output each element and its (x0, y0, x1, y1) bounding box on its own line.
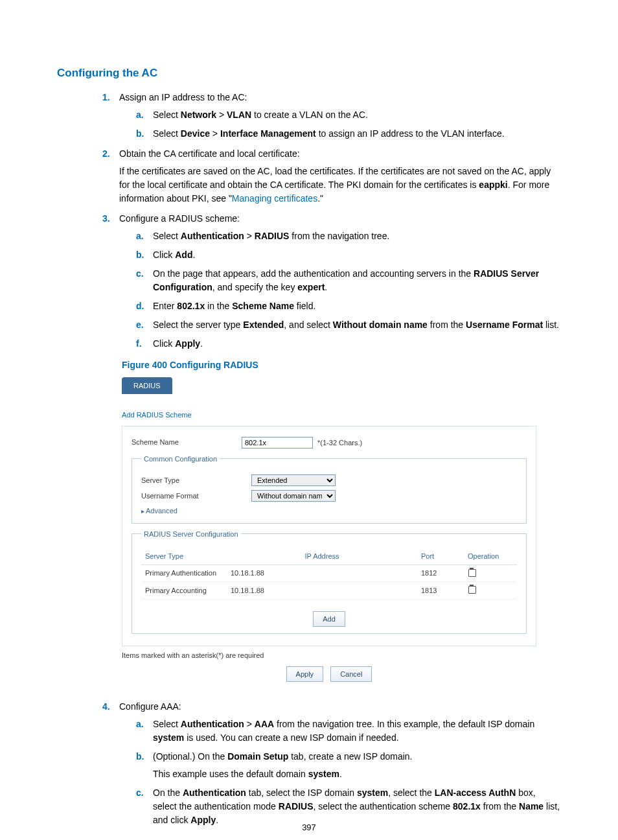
text: Select the server type (153, 320, 243, 330)
username-format-select[interactable]: Without domain name (251, 490, 336, 502)
text: from the navigation tree. In this exampl… (274, 719, 534, 729)
domain-setup-tab: Domain Setup (227, 751, 288, 762)
text: Select (153, 719, 181, 729)
text: > (244, 231, 255, 241)
text: to create a VLAN on the AC. (251, 110, 368, 120)
step-2-title: Obtain the CA certificate and local cert… (119, 148, 300, 159)
value-8021x: 802.1x (177, 301, 205, 311)
radius-server-configuration-legend: RADIUS Server Configuration (141, 529, 241, 540)
advanced-toggle[interactable]: Advanced (141, 506, 517, 517)
step-number: 3. (102, 212, 110, 226)
cell-server-type: Primary Accounting (141, 582, 227, 600)
table-row: Primary Accounting 10.18.1.88 1813 (141, 582, 517, 600)
text: > (244, 719, 255, 729)
substep-letter: a. (136, 718, 144, 731)
scheme-name-hint: *(1-32 Chars.) (317, 439, 362, 447)
substep-letter: b. (136, 750, 144, 764)
text: > (210, 128, 220, 139)
text: , select the (388, 788, 435, 798)
text: is used. You can create a new ISP domain… (184, 732, 398, 743)
step-1-title: Assign an IP address to the AC: (119, 92, 247, 102)
trash-icon[interactable] (468, 585, 475, 593)
text: Select (153, 110, 181, 120)
text: ." (317, 193, 323, 204)
username-format-label: Username Format (466, 320, 543, 330)
substep-letter: b. (136, 248, 144, 262)
substep-letter: a. (136, 108, 144, 122)
text: Select (153, 128, 181, 139)
link-managing-certificates[interactable]: Managing certificates (232, 193, 317, 204)
th-server-type: Server Type (141, 548, 227, 565)
domain-system: system (308, 769, 339, 779)
figure-caption: Figure 400 Configuring RADIUS (122, 358, 561, 372)
wdn-label: Without domain name (333, 320, 428, 330)
text: This example uses the default domain (153, 769, 308, 779)
trash-icon[interactable] (468, 568, 475, 576)
menu-device: Device (181, 128, 210, 139)
substep-letter: f. (136, 337, 142, 351)
add-server-button[interactable]: Add (313, 611, 345, 627)
mode-radius: RADIUS (279, 801, 314, 811)
menu-aaa: AAA (255, 719, 274, 729)
step-3-title: Configure a RADIUS scheme: (119, 213, 240, 224)
text: Click (153, 338, 175, 349)
cell-server-type: Primary Authentication (141, 565, 227, 582)
name-list: Name (519, 801, 544, 811)
cell-port: 1812 (417, 565, 464, 582)
cancel-button[interactable]: Cancel (330, 666, 372, 682)
radius-server-configuration-fieldset: RADIUS Server Configuration Server Type … (132, 529, 527, 635)
text: . (325, 282, 327, 292)
text: tab, select the ISP domain (246, 788, 357, 798)
key-expert: expert (297, 282, 325, 292)
cell-ip: 10.18.1.88 (227, 582, 417, 600)
text: Enter (153, 301, 177, 311)
step-number: 1. (102, 91, 110, 104)
server-table: Server Type IP Address Port Operation Pr… (141, 548, 517, 600)
text: . (200, 338, 203, 349)
text: . (339, 769, 342, 779)
scheme-name-input[interactable] (242, 437, 313, 449)
substep-letter: e. (136, 318, 144, 332)
substep-letter: c. (136, 786, 144, 800)
add-scheme-title: Add RADIUS Scheme (122, 410, 536, 421)
text: field. (294, 301, 315, 311)
page-number: 397 (0, 821, 618, 834)
section-heading: Configuring the AC (57, 65, 561, 82)
apply-label: Apply (175, 338, 200, 349)
authentication-tab: Authentication (183, 788, 246, 798)
cell-port: 1813 (417, 582, 464, 600)
username-format-label: Username Format (141, 491, 251, 502)
substep-letter: b. (136, 127, 144, 141)
apply-button[interactable]: Apply (286, 666, 324, 682)
common-configuration-legend: Common Configuration (141, 454, 220, 465)
text: , select the authentication scheme (313, 801, 453, 811)
server-type-select[interactable]: Extended (251, 474, 336, 486)
radius-screenshot: RADIUS Add RADIUS Scheme Scheme Name *(1… (122, 377, 536, 682)
pki-domain: eappki (479, 180, 507, 190)
add-label: Add (175, 250, 192, 260)
text: Select (153, 231, 181, 241)
server-type-label: Server Type (141, 475, 251, 486)
scheme-name-label: Scheme Name (132, 437, 242, 448)
step-number: 4. (102, 700, 110, 714)
step-4-title: Configure AAA: (119, 701, 181, 712)
required-note: Items marked with an asterisk(*) are req… (122, 650, 536, 661)
th-operation: Operation (464, 548, 517, 565)
extended-label: Extended (243, 320, 284, 330)
tab-radius[interactable]: RADIUS (122, 377, 172, 395)
text: in the (205, 301, 232, 311)
text: from the (428, 320, 466, 330)
menu-authentication: Authentication (181, 231, 244, 241)
common-configuration-fieldset: Common Configuration Server Type Extende… (132, 454, 527, 524)
text: from the navigation tree. (289, 231, 389, 241)
text: , and specify the key (212, 282, 298, 292)
th-ip-address: IP Address (227, 548, 417, 565)
text: list. (543, 320, 559, 330)
text: Click (153, 250, 175, 260)
table-row: Primary Authentication 10.18.1.88 1812 (141, 565, 517, 582)
text: (Optional.) On the (153, 751, 227, 762)
lan-access-authn: LAN-access AuthN (435, 788, 516, 798)
menu-network: Network (181, 110, 216, 120)
text: . (192, 250, 195, 260)
domain-system: system (153, 732, 184, 743)
